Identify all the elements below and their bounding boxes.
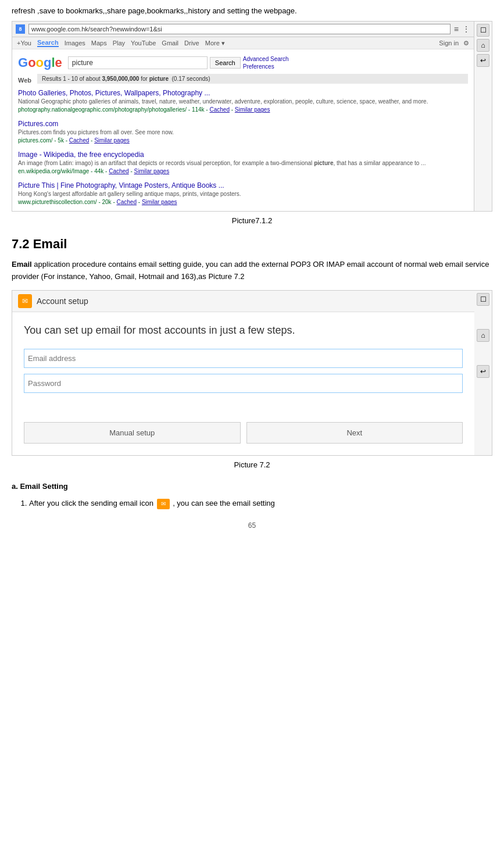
nav-search[interactable]: Search <box>37 39 59 47</box>
browser-toolbar: 8 ≡ ⋮ <box>12 22 474 37</box>
similar-pages-link[interactable]: Similar pages <box>235 106 270 113</box>
google-results-content: Web Results 1 - 10 of about 3,950,000,00… <box>12 74 474 205</box>
similar-pages-link[interactable]: Similar pages <box>134 168 170 174</box>
email-action-buttons: Manual setup Next <box>24 422 463 444</box>
nav-settings-icon[interactable]: ⚙ <box>463 40 469 47</box>
window-icon-button2[interactable]: ☐ <box>477 293 489 306</box>
back-icon-button2[interactable]: ↩ <box>477 365 489 378</box>
email-bold: Email <box>12 260 32 269</box>
result-url: en.wikipedia.org/wiki/Image - 44k - Cach… <box>18 168 468 174</box>
result-snippet: National Geographic photo galleries of a… <box>18 98 468 106</box>
result-snippet: Hong Kong's largest affordable art galle… <box>18 190 468 198</box>
cached-link[interactable]: Cached <box>117 199 137 205</box>
cached-link[interactable]: Cached <box>69 137 89 144</box>
google-search-area: Google Search Advanced Search Preference… <box>12 49 474 74</box>
nav-play[interactable]: Play <box>113 40 125 47</box>
cached-link[interactable]: Cached <box>109 168 128 174</box>
result-snippet: An image (from Latin: imago) is an artif… <box>18 159 468 167</box>
window-icon-button[interactable]: ☐ <box>477 24 489 37</box>
preferences-link[interactable]: Preferences <box>243 63 289 70</box>
similar-pages-link[interactable]: Similar pages <box>142 199 177 205</box>
nav-gmail[interactable]: Gmail <box>162 40 178 47</box>
google-logo: Google <box>18 55 62 70</box>
search-box-row: Search Advanced Search Preferences <box>68 55 289 70</box>
picture712-screenshot: 8 ≡ ⋮ +You Search Images Maps Play YouTu… <box>12 21 492 212</box>
home-icon-button2[interactable]: ⌂ <box>477 329 489 342</box>
google-nav-bar: +You Search Images Maps Play YouTube Gma… <box>12 37 474 49</box>
browser-favicon: 8 <box>16 24 25 34</box>
password-field[interactable] <box>24 374 463 393</box>
result-item: Pictures.com Pictures.com finds you pict… <box>18 119 468 144</box>
search-form: Search Advanced Search Preferences <box>68 55 289 70</box>
picture712-caption: Picture7.1.2 <box>12 216 492 225</box>
intro-text: refresh ,save to bookmarks,,share page,b… <box>12 6 492 16</box>
nav-drive[interactable]: Drive <box>184 40 199 47</box>
advanced-search-link[interactable]: Advanced Search <box>243 55 289 63</box>
email-header-title: Account setup <box>37 296 88 306</box>
page-number: 65 <box>12 521 492 530</box>
result-snippet: Pictures.com finds you pictures from all… <box>18 128 468 137</box>
email-address-field[interactable] <box>24 349 463 368</box>
email-side-buttons: ☐ ⌂ ↩ <box>474 291 492 455</box>
picture72-caption: Picture 7.2 <box>12 460 492 469</box>
instructions-list: After you click the sending email icon ,… <box>29 498 492 510</box>
browser-frame: 8 ≡ ⋮ +You Search Images Maps Play YouTu… <box>12 22 474 211</box>
result-title: Pictures.com <box>18 119 468 128</box>
result-url: www.picturethiscollection.com/ - 20k - C… <box>18 199 468 205</box>
nav-plus-you[interactable]: +You <box>17 40 31 47</box>
web-tab[interactable]: Web <box>18 77 31 84</box>
section72-body: Email application procedure contains ema… <box>12 259 492 283</box>
results-header: Web Results 1 - 10 of about 3,950,000,00… <box>18 74 468 86</box>
google-nav-left: +You Search Images Maps Play YouTube Gma… <box>17 39 225 47</box>
hamburger-menu-icon[interactable]: ≡ <box>454 24 459 34</box>
next-button[interactable]: Next <box>246 422 463 444</box>
nav-youtube[interactable]: YouTube <box>131 40 156 47</box>
email-tagline: You can set up email for most accounts i… <box>24 324 463 337</box>
nav-maps[interactable]: Maps <box>91 40 107 47</box>
home-icon-button[interactable]: ⌂ <box>477 39 489 52</box>
back-icon-button[interactable]: ↩ <box>477 54 489 67</box>
email-app-icon: ✉ <box>18 294 32 308</box>
google-nav-right: Sign in ⚙ <box>439 40 469 47</box>
list-item: After you click the sending email icon ,… <box>29 498 492 510</box>
nav-more[interactable]: More ▾ <box>205 40 225 47</box>
nav-images[interactable]: Images <box>65 40 85 47</box>
manual-setup-button[interactable]: Manual setup <box>24 422 241 444</box>
email-app-header: ✉ Account setup <box>12 291 474 312</box>
cached-link[interactable]: Cached <box>209 106 229 113</box>
email-frame: ✉ Account setup You can set up email for… <box>12 291 474 455</box>
email-body: You can set up email for most accounts i… <box>12 312 474 455</box>
more-options-icon[interactable]: ⋮ <box>462 24 470 34</box>
result-item: Image - Wikipedia, the free encyclopedia… <box>18 149 468 174</box>
email-icon-symbol: ✉ <box>22 297 28 305</box>
picture72-screenshot: ✉ Account setup You can set up email for… <box>12 290 492 456</box>
result-title: Image - Wikipedia, the free encyclopedia <box>18 149 468 159</box>
section72-heading: 7.2 Email <box>12 237 492 252</box>
results-bar: Results 1 - 10 of about 3,950,000,000 fo… <box>37 74 468 84</box>
similar-pages-link[interactable]: Similar pages <box>94 137 130 144</box>
step1-text-before: After you click the sending email icon <box>29 499 153 507</box>
result-url: pictures.com/ - 5k - Cached - Similar pa… <box>18 137 468 144</box>
nav-sign-in[interactable]: Sign in <box>439 40 459 47</box>
side-buttons: ☐ ⌂ ↩ <box>474 22 492 211</box>
result-title: Picture This | Fine Photography, Vintage… <box>18 180 468 190</box>
browser-url-input[interactable] <box>28 24 451 34</box>
search-input[interactable] <box>68 56 208 69</box>
section-a-heading: a. Email Setting <box>12 481 492 493</box>
step1-text-after: , you can see the email setting <box>173 499 275 507</box>
result-url: photography.nationalgeographic.com/photo… <box>18 106 468 113</box>
result-title: Photo Galleries, Photos, Pictures, Wallp… <box>18 88 468 97</box>
email-inline-icon <box>157 499 170 509</box>
result-item: Photo Galleries, Photos, Pictures, Wallp… <box>18 88 468 113</box>
result-item: Picture This | Fine Photography, Vintage… <box>18 180 468 205</box>
search-button[interactable]: Search <box>210 57 241 69</box>
